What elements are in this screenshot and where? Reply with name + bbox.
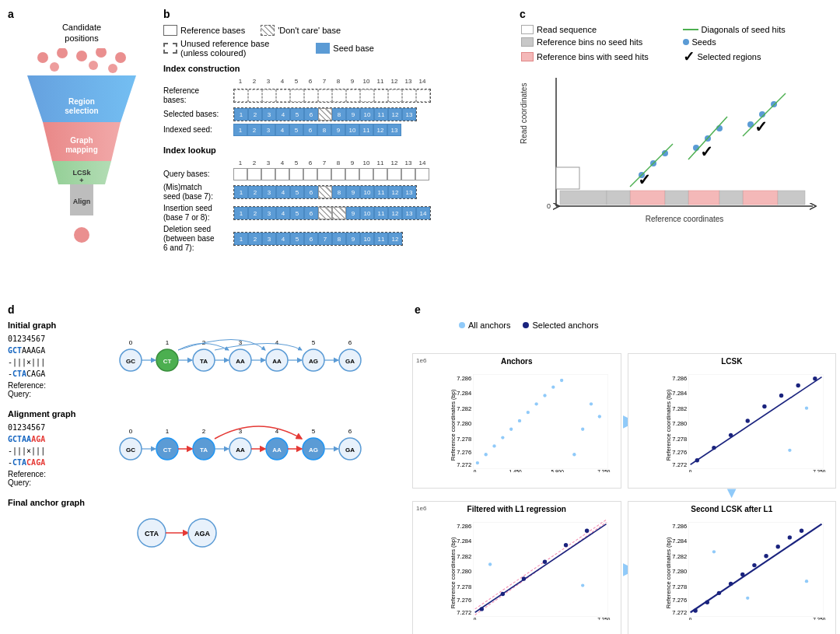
svg-point-179 (488, 562, 492, 566)
anchors-scale: 1e6 (416, 357, 426, 364)
second-lcsk-title: Second LCSK after L1 (691, 505, 772, 513)
svg-text:mapping: mapping (65, 145, 98, 154)
no-seed-icon (521, 37, 534, 47)
c-legend-with-seed: Reference bins with seed hits (521, 50, 675, 64)
c-legend-with-seed-label: Reference bins with seed hits (537, 52, 649, 61)
panel-e: All anchors Selected anchors Anchors 1e6… (412, 303, 836, 626)
initial-sequences: 01234567 GCTAAAGA -|||×||| -CTACAGA Refe… (8, 333, 109, 398)
all-anchors-label: All anchors (468, 321, 510, 330)
il-insertion-label: Insertion seed(base 7 or 8): (163, 204, 233, 222)
diagonal-line-icon (683, 29, 698, 30)
svg-point-131 (572, 453, 576, 456)
dontcare-icon (261, 25, 275, 36)
svg-text:7.278: 7.278 (457, 583, 471, 590)
seed-icon (316, 43, 330, 54)
svg-text:7,250: 7,250 (597, 617, 611, 620)
c-legend-read-label: Read sequence (537, 25, 597, 34)
svg-text:7.278: 7.278 (457, 436, 471, 443)
initial-graph-section: Initial graph 01234567 GCTAAAGA -|||×|||… (8, 321, 404, 398)
alignment-sequences: 01234567 GCTAAAGA -|||×||| -CTACAGA Refe… (8, 422, 109, 487)
svg-point-4 (115, 52, 126, 63)
lcsk-title: LCSK (721, 357, 742, 366)
svg-text:1,450: 1,450 (509, 469, 522, 472)
svg-point-151 (745, 419, 749, 422)
il-mismatch-row: (Mis)matchseed (base 7): 123456891011121… (163, 183, 506, 201)
initial-graph-svg: GC 0 CT 1 TA 2 AA 3 AA 4 AG 5 GA 6 (117, 333, 373, 387)
legend-unused-label: Unused reference base(unless coloured) (180, 39, 269, 58)
svg-point-122 (492, 444, 495, 447)
svg-text:Reference coordinates (bp): Reference coordinates (bp) (664, 537, 671, 608)
svg-text:TA: TA (200, 358, 208, 365)
alignment-graph-section: Alignment graph 01234567 GCTAAAGA -|||×|… (8, 409, 404, 487)
svg-text:AG: AG (309, 358, 318, 365)
lcsk-svg: 7.286 7.284 7.282 7.280 7.278 7.276 7.27… (663, 370, 832, 472)
funnel-title: Candidatepositions (8, 22, 156, 44)
c-legend-no-seed-label: Reference bins no seed hits (537, 37, 642, 47)
e-legend-all: All anchors (459, 321, 510, 330)
svg-text:0: 0 (688, 469, 691, 472)
svg-text:7.272: 7.272 (672, 461, 687, 468)
ic-indexed-label: Indexed seed: (163, 125, 233, 135)
l1-svg: 7.286 7.284 7.282 7.280 7.278 7.276 7.27… (448, 517, 617, 620)
final-graph-content: CTA AGA (124, 513, 404, 552)
svg-rect-119 (473, 374, 607, 468)
svg-point-196 (716, 591, 720, 595)
ref-bases-icon (163, 25, 177, 36)
svg-text:7.280: 7.280 (672, 420, 687, 427)
svg-text:4: 4 (275, 339, 279, 346)
svg-point-206 (746, 597, 749, 600)
svg-text:Read coordinates: Read coordinates (520, 83, 528, 144)
svg-text:7.278: 7.278 (672, 436, 687, 443)
alignment-graph-title: Alignment graph (8, 409, 404, 419)
svg-text:Reference coordinates: Reference coordinates (646, 215, 724, 223)
c-legend-selected-label: Selected regions (698, 52, 761, 61)
svg-point-124 (509, 428, 513, 431)
funnel-diagram: Region selection Graph mapping LCSk + Al… (19, 48, 144, 266)
svg-point-198 (740, 573, 744, 576)
svg-text:Region: Region (68, 97, 95, 106)
svg-text:+: + (79, 177, 83, 184)
anchors-title: Anchors (501, 357, 533, 366)
legend-ref-bases-label: Reference bases (180, 26, 245, 35)
index-lookup-title: Index lookup (163, 145, 506, 155)
svg-point-157 (804, 407, 807, 410)
svg-line-172 (475, 524, 607, 612)
c-legend-read: Read sequence (521, 25, 675, 34)
svg-point-12 (74, 227, 89, 243)
svg-rect-32 (778, 191, 805, 205)
alignment-label-ref: Reference: (8, 470, 109, 478)
ic-ref-label: Referencebases: (163, 86, 233, 105)
svg-point-120 (476, 461, 479, 464)
svg-text:7.276: 7.276 (672, 449, 687, 456)
alignment-label-query: Query: (8, 478, 109, 487)
svg-rect-26 (630, 191, 665, 205)
svg-point-152 (762, 405, 766, 408)
il-deletion-cells: 123456789101112 (233, 232, 403, 246)
svg-point-3 (96, 48, 107, 58)
svg-point-128 (543, 394, 546, 397)
svg-text:0: 0 (547, 202, 551, 210)
svg-text:7.284: 7.284 (457, 390, 471, 397)
svg-line-147 (690, 377, 821, 465)
svg-point-153 (779, 394, 782, 398)
svg-text:7.284: 7.284 (672, 390, 687, 397)
il-query-cells (233, 168, 429, 180)
svg-text:5,800: 5,800 (551, 469, 565, 472)
svg-rect-28 (743, 191, 778, 205)
svg-text:1: 1 (166, 339, 170, 346)
legend-dontcare-label: 'Don't care' base (278, 26, 341, 35)
initial-seq-display: 01234567 GCTAAAGA -|||×||| -CTACAGA (8, 333, 109, 380)
il-insertion-cells: 12345691011121314 (233, 206, 431, 220)
svg-text:0: 0 (688, 617, 691, 620)
read-seq-icon (521, 25, 534, 34)
svg-text:5: 5 (312, 339, 316, 346)
svg-text:AGA: AGA (194, 530, 211, 538)
panel-d: Initial graph 01234567 GCTAAAGA -|||×|||… (8, 303, 404, 626)
c-legend: Read sequence Diagonals of seed hits Ref… (521, 25, 836, 64)
svg-point-174 (501, 592, 505, 596)
b-legend-row2: Unused reference base(unless coloured) S… (163, 39, 506, 58)
svg-point-123 (501, 436, 504, 439)
e-chart-second-lcsk: Second LCSK after L1 7.286 7.284 7.282 7… (628, 501, 837, 634)
svg-text:LCSk: LCSk (72, 169, 91, 177)
initial-graph-content: 01234567 GCTAAAGA -|||×||| -CTACAGA Refe… (8, 333, 404, 398)
